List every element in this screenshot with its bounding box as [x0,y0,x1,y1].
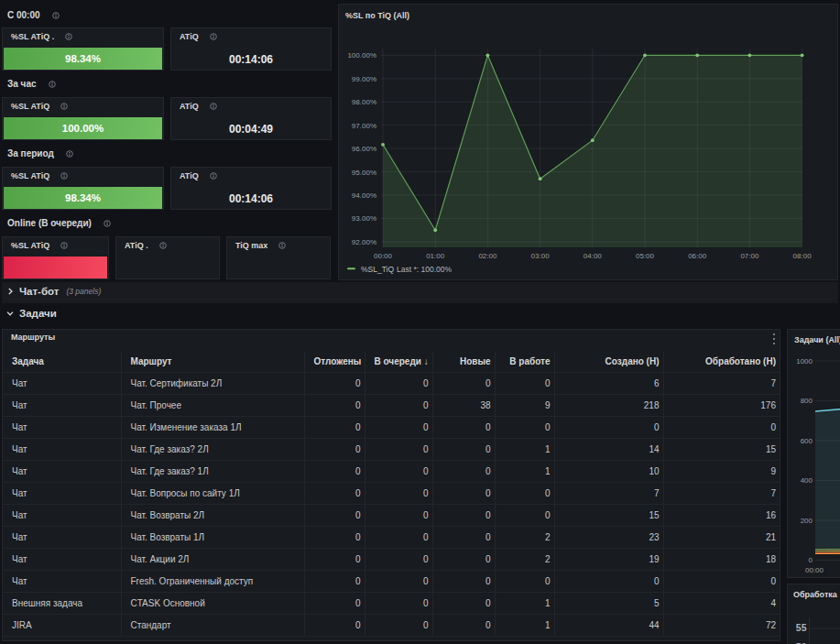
svg-text:98.00%: 98.00% [352,98,376,106]
svg-text:05:00: 05:00 [636,252,655,260]
svg-text:99.00%: 99.00% [352,75,376,83]
svg-text:0: 0 [809,556,813,564]
svg-text:96.00%: 96.00% [352,145,376,153]
svg-text:400: 400 [801,476,813,485]
svg-text:92.00%: 92.00% [352,238,376,246]
svg-text:00:00: 00:00 [805,566,824,574]
svg-text:100.00%: 100.00% [347,51,376,60]
svg-text:00:00: 00:00 [374,252,393,260]
svg-text:93.00%: 93.00% [352,214,376,223]
svg-text:03:00: 03:00 [531,252,551,260]
svg-text:07:00: 07:00 [740,252,759,260]
svg-text:02:00: 02:00 [478,252,497,260]
svg-text:01:00: 01:00 [426,252,445,260]
svg-text:95.00%: 95.00% [352,169,376,177]
svg-text:06:00: 06:00 [688,252,707,260]
svg-text:%SL_TiQ: %SL_TiQ [361,265,394,274]
svg-text:97.00%: 97.00% [352,122,376,130]
svg-text:1000: 1000 [796,357,813,366]
svg-text:Last *: 100.00%: Last *: 100.00% [397,265,452,274]
svg-text:800: 800 [801,397,813,405]
svg-text:200: 200 [801,517,813,525]
svg-text:94.00%: 94.00% [352,191,376,200]
svg-text:600: 600 [801,437,813,445]
svg-text:08:00: 08:00 [793,252,813,260]
svg-text:55: 55 [796,622,807,633]
svg-text:04:00: 04:00 [584,252,603,260]
